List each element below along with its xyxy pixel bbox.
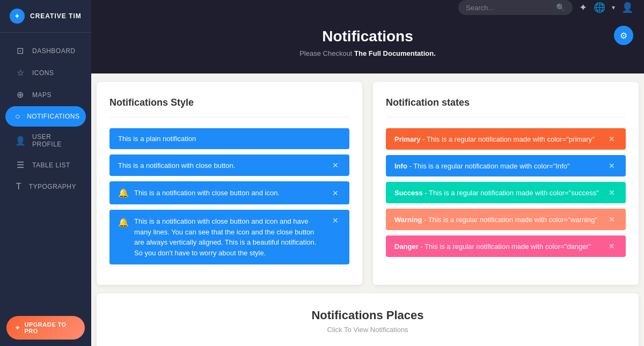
dropdown-icon[interactable]: ▾ [612, 4, 615, 11]
primary-notification: Primary - This is a regular notification… [386, 128, 626, 150]
user-icon: 👤 [15, 136, 26, 146]
typography-icon: T [15, 182, 23, 192]
notifications-places-card: Notifications Places Click To View Notif… [97, 293, 639, 346]
close-warning[interactable]: ✕ [606, 215, 617, 224]
upgrade-button[interactable]: ✦ UPGRADE TO PRO [6, 316, 85, 340]
sidebar-item-dashboard[interactable]: ⊡ DASHBOARD [5, 40, 86, 61]
info-notification: Info - This is a regular notification ma… [386, 155, 626, 176]
danger-notification: Danger - This is a regular notification … [386, 235, 626, 257]
search-box[interactable]: 🔍 [458, 0, 573, 15]
plain-notification: This is a plain notification [109, 128, 349, 149]
multiline-notification: 🔔 This is a notification with close butt… [109, 210, 349, 264]
places-subtitle: Click To View Notifications [109, 326, 626, 334]
close-button-3[interactable]: ✕ [330, 216, 341, 225]
sidebar-label-icons: ICONS [32, 69, 54, 77]
page-header: Notifications Please Checkout The Full D… [91, 15, 644, 73]
icons-icon: ☆ [15, 68, 26, 78]
logo-icon: ✦ [10, 9, 25, 24]
sidebar-label-typography: TYPOGRAPHY [29, 183, 76, 190]
add-icon[interactable]: ✦ [579, 2, 587, 13]
content-area: Notifications Style This is a plain noti… [91, 73, 644, 346]
notifications-icon: ○ [15, 112, 20, 121]
bell-icon: 🔔 [118, 188, 129, 198]
success-notification: Success - This is a regular notification… [386, 182, 626, 203]
globe-icon[interactable]: 🌐 [594, 2, 605, 13]
doc-link[interactable]: The Full Documentation. [354, 49, 436, 57]
places-title: Notifications Places [109, 308, 626, 322]
sidebar-item-icons[interactable]: ☆ ICONS [5, 62, 86, 83]
sidebar-label-dashboard: DASHBOARD [32, 47, 76, 55]
user-profile-icon[interactable]: 👤 [621, 2, 633, 13]
dashboard-icon: ⊡ [15, 46, 26, 56]
upgrade-icon: ✦ [15, 325, 20, 332]
warning-notification: Warning - This is a regular notification… [386, 209, 626, 230]
sidebar-item-notifications[interactable]: ○ NOTIFICATIONS [5, 106, 86, 127]
upgrade-label: UPGRADE TO PRO [25, 321, 77, 334]
icon-close-notification: 🔔 This is a notification with close butt… [109, 181, 349, 204]
sidebar-item-maps[interactable]: ⊕ MAPS [5, 84, 86, 105]
sidebar-nav: ⊡ DASHBOARD ☆ ICONS ⊕ MAPS ○ NOTIFICATIO… [0, 33, 91, 310]
sidebar-item-typography[interactable]: T TYPOGRAPHY [5, 176, 86, 197]
notification-states-card: Notification states Primary - This is a … [373, 82, 639, 285]
topbar: 🔍 ✦ 🌐 ▾ 👤 [91, 0, 644, 15]
page-title: Notifications [102, 28, 633, 45]
sidebar-logo: ✦ CREATIVE TIM [0, 0, 91, 33]
cards-row: Notifications Style This is a plain noti… [91, 73, 644, 293]
sidebar-item-table-list[interactable]: ☰ TABLE LIST [5, 154, 86, 175]
table-icon: ☰ [15, 160, 26, 170]
notifications-style-card: Notifications Style This is a plain noti… [97, 82, 362, 285]
maps-icon: ⊕ [15, 90, 26, 100]
close-danger[interactable]: ✕ [606, 242, 617, 251]
sidebar: ✦ CREATIVE TIM ⊡ DASHBOARD ☆ ICONS ⊕ MAP… [0, 0, 91, 346]
close-info[interactable]: ✕ [606, 161, 617, 170]
notification-states-title: Notification states [386, 97, 626, 117]
close-primary[interactable]: ✕ [606, 135, 617, 143]
settings-gear-button[interactable]: ⚙ [614, 26, 633, 45]
logo-text: CREATIVE TIM [30, 12, 82, 20]
sidebar-label-table-list: TABLE LIST [32, 161, 70, 169]
sidebar-label-user-profile: USER PROFILE [32, 133, 76, 148]
close-button-1[interactable]: ✕ [330, 161, 341, 170]
close-success[interactable]: ✕ [606, 188, 617, 197]
main-content: 🔍 ✦ 🌐 ▾ 👤 Notifications Please Checkout … [91, 0, 644, 346]
bell-icon-2: 🔔 [118, 216, 129, 229]
notifications-style-title: Notifications Style [109, 97, 349, 117]
close-button-2[interactable]: ✕ [330, 189, 341, 197]
sidebar-item-user-profile[interactable]: 👤 USER PROFILE [5, 128, 86, 153]
search-icon: 🔍 [556, 3, 565, 12]
sidebar-label-maps: MAPS [32, 91, 52, 99]
page-subtitle: Please Checkout The Full Documentation. [102, 49, 633, 57]
close-notification: This is a notification with close button… [109, 154, 349, 176]
search-input[interactable] [466, 4, 552, 12]
sidebar-label-notifications: NOTIFICATIONS [27, 113, 79, 120]
